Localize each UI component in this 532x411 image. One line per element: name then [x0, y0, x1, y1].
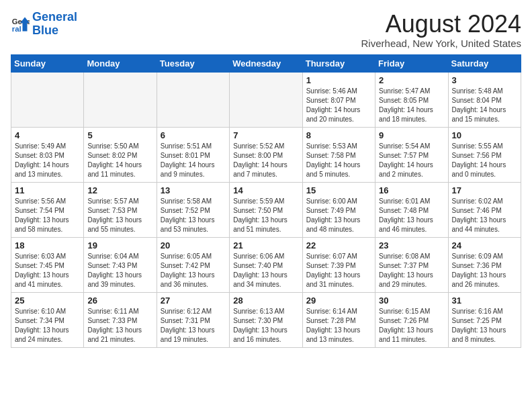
day-cell-15: 15Sunrise: 6:00 AMSunset: 7:49 PMDayligh… — [302, 182, 375, 237]
day-cell-21: 21Sunrise: 6:06 AMSunset: 7:40 PMDayligh… — [230, 237, 302, 292]
weekday-header-tuesday: Tuesday — [157, 54, 229, 72]
day-cell-5: 5Sunrise: 5:50 AMSunset: 8:02 PMDaylight… — [84, 127, 157, 182]
cell-text: Sunrise: 6:13 AMSunset: 7:30 PMDaylight:… — [233, 307, 298, 345]
day-number: 14 — [233, 185, 298, 195]
calendar-table: SundayMondayTuesdayWednesdayThursdayFrid… — [11, 54, 521, 348]
day-cell-30: 30Sunrise: 6:15 AMSunset: 7:26 PMDayligh… — [375, 292, 448, 347]
logo-icon: Gene ral — [11, 15, 30, 34]
day-cell-16: 16Sunrise: 6:01 AMSunset: 7:48 PMDayligh… — [375, 182, 448, 237]
cell-text: Sunrise: 6:14 AMSunset: 7:28 PMDaylight:… — [306, 307, 371, 345]
cell-text: Sunrise: 6:15 AMSunset: 7:26 PMDaylight:… — [379, 307, 444, 345]
cell-text: Sunrise: 6:04 AMSunset: 7:43 PMDaylight:… — [87, 252, 152, 289]
cell-text: Sunrise: 6:10 AMSunset: 7:34 PMDaylight:… — [15, 307, 80, 345]
day-cell-14: 14Sunrise: 5:59 AMSunset: 7:50 PMDayligh… — [230, 182, 302, 237]
cell-text: Sunrise: 5:54 AMSunset: 7:57 PMDaylight:… — [379, 142, 444, 179]
week-row-2: 4Sunrise: 5:49 AMSunset: 8:03 PMDaylight… — [11, 127, 521, 182]
month-title: August 2024 — [361, 11, 521, 38]
page-header: Gene ral General Blue August 2024 Riverh… — [11, 11, 521, 49]
cell-text: Sunrise: 5:58 AMSunset: 7:52 PMDaylight:… — [161, 197, 226, 234]
week-row-1: 1Sunrise: 5:46 AMSunset: 8:07 PMDaylight… — [11, 72, 521, 127]
cell-text: Sunrise: 6:01 AMSunset: 7:48 PMDaylight:… — [379, 197, 444, 234]
weekday-header-thursday: Thursday — [302, 54, 375, 72]
day-number: 7 — [233, 130, 298, 140]
day-number: 8 — [306, 130, 371, 140]
day-number: 29 — [306, 295, 371, 306]
day-cell-3: 3Sunrise: 5:48 AMSunset: 8:04 PMDaylight… — [448, 72, 521, 127]
day-number: 11 — [15, 185, 80, 195]
title-block: August 2024 Riverhead, New York, United … — [361, 11, 521, 49]
cell-text: Sunrise: 5:56 AMSunset: 7:54 PMDaylight:… — [15, 197, 80, 234]
day-number: 24 — [452, 240, 517, 250]
day-cell-24: 24Sunrise: 6:09 AMSunset: 7:36 PMDayligh… — [448, 237, 521, 292]
day-cell-11: 11Sunrise: 5:56 AMSunset: 7:54 PMDayligh… — [11, 182, 84, 237]
day-cell-4: 4Sunrise: 5:49 AMSunset: 8:03 PMDaylight… — [11, 127, 84, 182]
cell-text: Sunrise: 5:59 AMSunset: 7:50 PMDaylight:… — [233, 197, 298, 234]
cell-text: Sunrise: 6:06 AMSunset: 7:40 PMDaylight:… — [233, 252, 298, 289]
day-cell-17: 17Sunrise: 6:02 AMSunset: 7:46 PMDayligh… — [448, 182, 521, 237]
day-cell-19: 19Sunrise: 6:04 AMSunset: 7:43 PMDayligh… — [84, 237, 157, 292]
weekday-header-friday: Friday — [375, 54, 448, 72]
cell-text: Sunrise: 6:16 AMSunset: 7:25 PMDaylight:… — [452, 307, 517, 345]
cell-text: Sunrise: 6:12 AMSunset: 7:31 PMDaylight:… — [161, 307, 226, 345]
day-cell-9: 9Sunrise: 5:54 AMSunset: 7:57 PMDaylight… — [375, 127, 448, 182]
day-number: 4 — [15, 130, 80, 140]
day-number: 23 — [379, 240, 444, 250]
cell-text: Sunrise: 5:57 AMSunset: 7:53 PMDaylight:… — [87, 197, 152, 234]
day-number: 3 — [452, 75, 517, 85]
day-number: 10 — [452, 130, 517, 140]
cell-text: Sunrise: 5:53 AMSunset: 7:58 PMDaylight:… — [306, 142, 371, 179]
cell-text: Sunrise: 6:08 AMSunset: 7:37 PMDaylight:… — [379, 252, 444, 289]
day-number: 2 — [379, 75, 444, 85]
cell-text: Sunrise: 5:48 AMSunset: 8:04 PMDaylight:… — [452, 87, 517, 124]
day-cell-18: 18Sunrise: 6:03 AMSunset: 7:45 PMDayligh… — [11, 237, 84, 292]
day-cell-13: 13Sunrise: 5:58 AMSunset: 7:52 PMDayligh… — [157, 182, 229, 237]
empty-cell — [84, 72, 157, 127]
cell-text: Sunrise: 6:05 AMSunset: 7:42 PMDaylight:… — [161, 252, 226, 289]
cell-text: Sunrise: 6:09 AMSunset: 7:36 PMDaylight:… — [452, 252, 517, 289]
day-cell-25: 25Sunrise: 6:10 AMSunset: 7:34 PMDayligh… — [11, 292, 84, 347]
day-number: 19 — [87, 240, 152, 250]
day-number: 5 — [87, 130, 152, 140]
logo-text-line1: General — [32, 11, 77, 24]
day-number: 21 — [233, 240, 298, 250]
week-row-4: 18Sunrise: 6:03 AMSunset: 7:45 PMDayligh… — [11, 237, 521, 292]
cell-text: Sunrise: 6:00 AMSunset: 7:49 PMDaylight:… — [306, 197, 371, 234]
week-row-3: 11Sunrise: 5:56 AMSunset: 7:54 PMDayligh… — [11, 182, 521, 237]
day-cell-10: 10Sunrise: 5:55 AMSunset: 7:56 PMDayligh… — [448, 127, 521, 182]
day-cell-22: 22Sunrise: 6:07 AMSunset: 7:39 PMDayligh… — [302, 237, 375, 292]
empty-cell — [157, 72, 229, 127]
day-cell-27: 27Sunrise: 6:12 AMSunset: 7:31 PMDayligh… — [157, 292, 229, 347]
day-cell-31: 31Sunrise: 6:16 AMSunset: 7:25 PMDayligh… — [448, 292, 521, 347]
day-cell-8: 8Sunrise: 5:53 AMSunset: 7:58 PMDaylight… — [302, 127, 375, 182]
day-number: 6 — [161, 130, 226, 140]
cell-text: Sunrise: 5:49 AMSunset: 8:03 PMDaylight:… — [15, 142, 80, 179]
cell-text: Sunrise: 5:55 AMSunset: 7:56 PMDaylight:… — [452, 142, 517, 179]
day-cell-7: 7Sunrise: 5:52 AMSunset: 8:00 PMDaylight… — [230, 127, 302, 182]
cell-text: Sunrise: 5:50 AMSunset: 8:02 PMDaylight:… — [87, 142, 152, 179]
logo: Gene ral General Blue — [11, 11, 77, 38]
day-number: 28 — [233, 295, 298, 306]
day-number: 18 — [15, 240, 80, 250]
day-cell-1: 1Sunrise: 5:46 AMSunset: 8:07 PMDaylight… — [302, 72, 375, 127]
day-number: 12 — [87, 185, 152, 195]
cell-text: Sunrise: 6:02 AMSunset: 7:46 PMDaylight:… — [452, 197, 517, 234]
day-cell-6: 6Sunrise: 5:51 AMSunset: 8:01 PMDaylight… — [157, 127, 229, 182]
day-number: 26 — [87, 295, 152, 306]
day-number: 1 — [306, 75, 371, 85]
day-cell-26: 26Sunrise: 6:11 AMSunset: 7:33 PMDayligh… — [84, 292, 157, 347]
weekday-header-saturday: Saturday — [448, 54, 521, 72]
day-cell-20: 20Sunrise: 6:05 AMSunset: 7:42 PMDayligh… — [157, 237, 229, 292]
day-number: 13 — [161, 185, 226, 195]
logo-text-line2: Blue — [32, 24, 77, 38]
svg-text:ral: ral — [12, 24, 21, 32]
cell-text: Sunrise: 6:11 AMSunset: 7:33 PMDaylight:… — [87, 307, 152, 345]
day-cell-2: 2Sunrise: 5:47 AMSunset: 8:05 PMDaylight… — [375, 72, 448, 127]
day-cell-28: 28Sunrise: 6:13 AMSunset: 7:30 PMDayligh… — [230, 292, 302, 347]
location-title: Riverhead, New York, United States — [361, 38, 521, 49]
weekday-header-monday: Monday — [84, 54, 157, 72]
weekday-header-wednesday: Wednesday — [230, 54, 302, 72]
day-number: 9 — [379, 130, 444, 140]
day-cell-12: 12Sunrise: 5:57 AMSunset: 7:53 PMDayligh… — [84, 182, 157, 237]
weekday-header-sunday: Sunday — [11, 54, 84, 72]
day-number: 16 — [379, 185, 444, 195]
